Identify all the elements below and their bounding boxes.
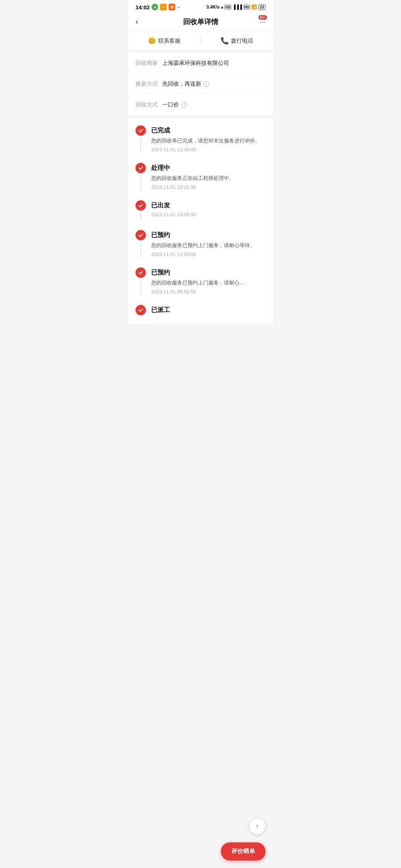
call-phone-button[interactable]: 📞 拨打电话 bbox=[201, 37, 273, 45]
status-left: 14:02 ● ▪ M ·· bbox=[136, 4, 180, 10]
timeline-line-4 bbox=[140, 242, 141, 257]
hd-icon: HD bbox=[225, 5, 231, 9]
timeline-line-5 bbox=[140, 279, 141, 295]
timeline-time-3: 2023-11-01 13:05:30 bbox=[151, 212, 265, 217]
bluetooth-icon: ⁎ bbox=[221, 4, 223, 10]
timeline-item-dispatched: 已派工 bbox=[136, 305, 265, 316]
exchange-tip-icon[interactable]: i bbox=[203, 81, 209, 87]
timeline-desc-5: 您的回收服务已预约上门服务，请耐心等待。 bbox=[151, 279, 248, 287]
timeline-line-3 bbox=[140, 212, 141, 220]
merchant-value: 上海霖承环保科技有限公司 bbox=[162, 60, 229, 67]
timeline-left-2 bbox=[136, 163, 146, 190]
more-button[interactable]: ··· 99+ bbox=[252, 18, 265, 26]
timeline-item-departed: 已出发 2023-11-01 13:05:30 bbox=[136, 200, 265, 230]
hd-icon2: HD bbox=[244, 5, 250, 9]
action-bar: 😊 联系客服 📞 拨打电话 bbox=[128, 32, 273, 50]
timeline-content-1: 已完成 您的回收单已完成，请您对本次服务进行评价。 2023-11-01 13:… bbox=[151, 125, 265, 152]
timeline-time-4: 2023-11-01 12:59:08 bbox=[151, 251, 265, 257]
exchange-label: 换新方式 bbox=[136, 80, 162, 88]
timeline-dot-1 bbox=[136, 125, 146, 136]
info-row-recycle: 回收方式 一口价 i bbox=[136, 95, 265, 115]
page-title: 回收单详情 bbox=[183, 17, 218, 27]
timeline-left-1 bbox=[136, 125, 146, 152]
contact-label: 联系客服 bbox=[158, 37, 180, 45]
timeline-desc-2: 您的回收服务正在由工程师处理中。 bbox=[151, 174, 265, 182]
timeline-title-2: 处理中 bbox=[151, 164, 265, 172]
signal-icon: ▐▐▐ bbox=[232, 4, 242, 10]
recycle-label: 回收方式 bbox=[136, 101, 162, 108]
timeline-left-6 bbox=[136, 305, 146, 316]
timeline-item-completed: 已完成 您的回收单已完成，请您对本次服务进行评价。 2023-11-01 13:… bbox=[136, 125, 265, 163]
timeline-content-2: 处理中 您的回收服务正在由工程师处理中。 2023-11-01 13:21:36 bbox=[151, 163, 265, 190]
network-speed: 3.4K/s bbox=[206, 4, 219, 10]
timeline-desc-1: 您的回收单已完成，请您对本次服务进行评价。 bbox=[151, 137, 265, 145]
timeline-dot-4 bbox=[136, 230, 146, 240]
back-button[interactable]: ‹ bbox=[136, 17, 149, 27]
timeline-line-2 bbox=[140, 175, 141, 190]
timeline-content-4: 已预约 您的回收服务已预约上门服务，请耐心等待。 2023-11-01 12:5… bbox=[151, 230, 265, 257]
timeline-title-6: 已派工 bbox=[151, 306, 265, 314]
timeline-title-3: 已出发 bbox=[151, 201, 265, 210]
contact-icon: 😊 bbox=[148, 37, 156, 45]
timeline-dot-5 bbox=[136, 267, 146, 278]
timeline-desc-4: 您的回收服务已预约上门服务，请耐心等待。 bbox=[151, 241, 265, 249]
merchant-label: 回收商家 bbox=[136, 60, 162, 67]
notification-badge: 99+ bbox=[258, 15, 267, 20]
app-icon-orange: ▪ bbox=[160, 4, 167, 10]
contact-service-button[interactable]: 😊 联系客服 bbox=[128, 37, 200, 45]
info-row-merchant: 回收商家 上海霖承环保科技有限公司 bbox=[136, 53, 265, 74]
header: ‹ 回收单详情 ··· 99+ bbox=[128, 13, 273, 32]
timeline-content-6: 已派工 bbox=[151, 305, 265, 316]
status-icons: 3.4K/s ⁎ HD ▐▐▐ HD 📶 23 bbox=[206, 4, 265, 10]
timeline-left-3 bbox=[136, 200, 146, 220]
phone-icon: 📞 bbox=[221, 37, 229, 45]
info-row-exchange: 换新方式 先回收，再送新 i bbox=[136, 74, 265, 95]
timeline-content-3: 已出发 2023-11-01 13:05:30 bbox=[151, 200, 265, 220]
timeline-time-2: 2023-11-01 13:21:36 bbox=[151, 184, 265, 190]
timeline-dot-3 bbox=[136, 200, 146, 211]
timeline-item-booked1: 已预约 您的回收服务已预约上门服务，请耐心等待。 2023-11-01 12:5… bbox=[136, 230, 265, 267]
exchange-value: 先回收，再送新 i bbox=[162, 80, 209, 88]
timeline-line-1 bbox=[140, 137, 141, 152]
dots-icon: ·· bbox=[177, 4, 180, 10]
status-time: 14:02 bbox=[136, 4, 150, 10]
recycle-tip-icon[interactable]: i bbox=[181, 102, 187, 108]
timeline-left-4 bbox=[136, 230, 146, 257]
app-icon-green: ● bbox=[151, 4, 158, 10]
status-bar: 14:02 ● ▪ M ·· 3.4K/s ⁎ HD ▐▐▐ HD 📶 23 bbox=[128, 0, 273, 13]
timeline-item-processing: 处理中 您的回收服务正在由工程师处理中。 2023-11-01 13:21:36 bbox=[136, 163, 265, 200]
timeline-left-5 bbox=[136, 267, 146, 295]
timeline-time-5: 2023-11-01 06:52:59 bbox=[151, 289, 265, 295]
timeline-title-4: 已预约 bbox=[151, 231, 265, 239]
timeline-dot-6 bbox=[136, 305, 146, 315]
app-icon-mi: M bbox=[169, 4, 175, 10]
timeline-title-1: 已完成 bbox=[151, 126, 265, 135]
timeline-section: 已完成 您的回收单已完成，请您对本次服务进行评价。 2023-11-01 13:… bbox=[128, 118, 273, 324]
timeline-time-1: 2023-11-01 13:39:45 bbox=[151, 147, 265, 152]
info-section: 回收商家 上海霖承环保科技有限公司 换新方式 先回收，再送新 i 回收方式 一口… bbox=[128, 53, 273, 115]
timeline-title-5: 已预约 bbox=[151, 268, 265, 277]
timeline-content-5: 已预约 您的回收服务已预约上门服务，请耐心等待。 2023-11-01 06:5… bbox=[151, 267, 265, 295]
wifi-icon: 📶 bbox=[251, 4, 257, 10]
timeline-item-booked2: 已预约 您的回收服务已预约上门服务，请耐心等待。 2023-11-01 06:5… bbox=[136, 267, 265, 305]
call-label: 拨打电话 bbox=[231, 37, 253, 45]
battery-indicator: 23 bbox=[258, 4, 265, 10]
timeline-dot-2 bbox=[136, 163, 146, 173]
recycle-value: 一口价 i bbox=[162, 101, 187, 108]
